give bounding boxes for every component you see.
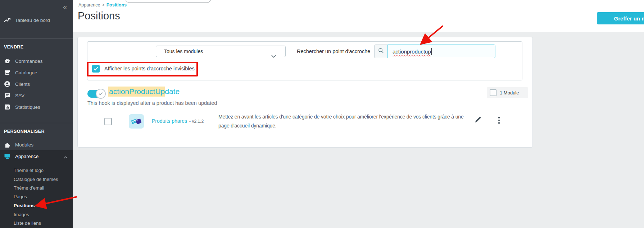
sidebar-divider — [0, 38, 73, 39]
sidebar-subitem-catalogue-themes[interactable]: Catalogue de thèmes — [14, 176, 58, 183]
sidebar-subitem-liste-de-liens[interactable]: Liste de liens — [14, 220, 41, 227]
sidebar-item-apparence[interactable]: Apparence — [0, 151, 73, 161]
sidebar-item-clients[interactable]: Clients — [0, 79, 73, 89]
kebab-menu-icon[interactable] — [496, 115, 502, 126]
sidebar-item-sav[interactable]: SAV — [0, 90, 73, 101]
search-icon-box — [374, 45, 388, 58]
sidebar-item-statistiques[interactable]: Statistiques — [0, 102, 73, 112]
search-input-value: actionproductup — [393, 48, 431, 55]
hook-name-link[interactable]: actionProductUpdate — [108, 87, 180, 96]
module-version: - v2.1.2 — [189, 119, 204, 124]
hook-description: This hook is displayed after a product h… — [87, 100, 217, 106]
tags-icon — [129, 114, 144, 129]
check-icon — [94, 66, 98, 72]
search-hook-label: Rechercher un point d'accroche — [297, 48, 370, 54]
collapse-sidebar-icon[interactable]: « — [63, 3, 67, 11]
invisible-hooks-label: Afficher les points d'accroche invisible… — [104, 66, 195, 71]
module-filter-select[interactable]: Tous les modules — [156, 46, 286, 57]
page-title: Positions — [78, 10, 120, 22]
trending-up-icon — [4, 17, 10, 23]
sidebar-subitem-theme-logo[interactable]: Thème et logo — [14, 167, 44, 174]
breadcrumb-current-positions[interactable]: Positions — [106, 3, 127, 8]
module-description: Mettez en avant les articles d'une catég… — [218, 112, 476, 130]
sidebar-section-personnaliser: PERSONNALISER — [4, 129, 45, 134]
hook-enabled-toggle[interactable] — [87, 90, 105, 98]
basket-icon — [4, 58, 10, 64]
sidebar-subitem-positions[interactable]: Positions — [14, 203, 35, 209]
sidebar-subitem-pages[interactable]: Pages — [14, 194, 27, 200]
hook-name-rest: date — [165, 87, 180, 96]
module-count-badge: 1 Module — [487, 87, 528, 98]
module-name-link[interactable]: Produits phares- v2.1.2 — [152, 118, 204, 124]
sidebar-item-label: Modules — [15, 142, 33, 148]
select-all-checkbox[interactable] — [490, 89, 496, 96]
sidebar-subitem-images[interactable]: Images — [14, 211, 29, 218]
sidebar: « Tableau de bord VENDRE Commandes Catal… — [0, 0, 73, 228]
module-filter-selected-value: Tous les modules — [164, 48, 203, 54]
store-icon — [4, 69, 10, 76]
breadcrumb: Apparence>Positions — [78, 3, 127, 8]
sidebar-item-label: SAV — [15, 93, 24, 98]
toggle-knob — [96, 89, 106, 99]
sidebar-item-dashboard[interactable]: Tableau de bord — [0, 15, 73, 25]
sidebar-divider — [0, 123, 73, 123]
person-icon — [4, 81, 10, 87]
hook-name-search-highlight: actionProductUp — [108, 87, 165, 97]
sidebar-item-modules[interactable]: Modules — [0, 140, 73, 150]
breadcrumb-link-apparence[interactable]: Apparence — [78, 3, 100, 8]
sidebar-item-label: Apparence — [15, 154, 38, 159]
module-count-label: 1 Module — [500, 90, 519, 96]
invisible-hooks-checkbox[interactable] — [92, 65, 100, 73]
search-icon — [378, 48, 384, 55]
sidebar-item-label: Catalogue — [15, 70, 37, 75]
sidebar-item-label: Clients — [15, 82, 30, 87]
search-hook-input[interactable]: actionproductup — [387, 45, 495, 58]
pencil-icon — [475, 116, 482, 125]
chevron-up-icon[interactable] — [64, 154, 68, 160]
chevron-down-icon — [271, 51, 276, 61]
chat-icon — [4, 92, 10, 99]
sidebar-subitem-theme-email[interactable]: Thème d'email — [14, 185, 44, 191]
text-caret — [431, 48, 432, 55]
topbar-search-box-cropped[interactable] — [125, 0, 211, 3]
monitor-icon — [4, 153, 10, 159]
puzzle-icon — [4, 141, 10, 148]
sidebar-item-label: Tableau de bord — [15, 18, 50, 23]
breadcrumb-separator: > — [102, 3, 104, 8]
module-row-checkbox[interactable] — [104, 118, 112, 125]
sidebar-item-label: Commandes — [15, 59, 43, 64]
sidebar-section-vendre: VENDRE — [4, 45, 24, 50]
edit-module-button[interactable] — [473, 116, 483, 125]
module-name-text: Produits phares — [152, 118, 187, 124]
sidebar-item-commandes[interactable]: Commandes — [0, 56, 73, 66]
graft-module-button[interactable]: Greffer un module — [597, 12, 644, 24]
sidebar-item-label: Statistiques — [15, 104, 40, 110]
row-divider — [89, 132, 521, 132]
bar-chart-icon — [4, 104, 10, 110]
sidebar-item-catalogue[interactable]: Catalogue — [0, 68, 73, 78]
